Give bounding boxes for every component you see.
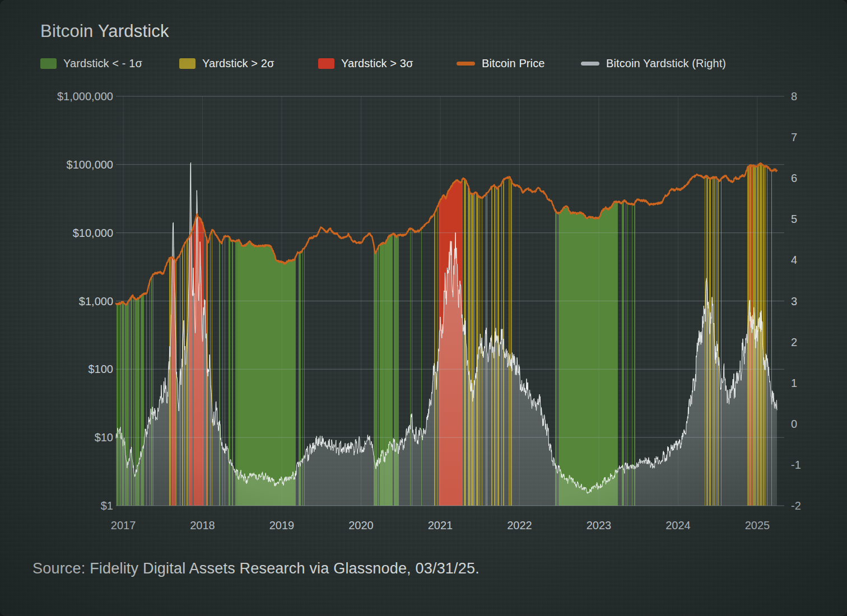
left-axis-tick: $1 bbox=[34, 499, 113, 512]
legend-label: Bitcoin Price bbox=[482, 57, 544, 70]
right-axis-tick: -2 bbox=[791, 499, 801, 512]
source-note: Source: Fidelity Digital Assets Research… bbox=[32, 560, 480, 577]
x-axis-tick: 2020 bbox=[338, 519, 383, 532]
right-axis-tick: -1 bbox=[791, 458, 801, 472]
right-axis-tick: 5 bbox=[791, 212, 797, 226]
red-swatch-icon bbox=[318, 58, 334, 69]
green-swatch-icon bbox=[40, 58, 57, 69]
right-axis-tick: 2 bbox=[791, 335, 797, 349]
bitcoin-yardstick-slide: Bitcoin Yardstick Yardstick < - 1σ Yards… bbox=[0, 0, 847, 616]
orange-line-swatch-icon bbox=[457, 62, 475, 66]
x-axis-tick: 2021 bbox=[418, 519, 463, 532]
x-axis-tick: 2017 bbox=[101, 519, 146, 532]
left-axis-tick: $10 bbox=[34, 431, 113, 444]
legend-item-yardstick-below-neg1: Yardstick < - 1σ bbox=[40, 55, 142, 71]
x-axis-tick: 2023 bbox=[576, 519, 621, 532]
x-axis-tick: 2024 bbox=[655, 519, 700, 532]
legend-label: Bitcoin Yardstick (Right) bbox=[606, 57, 726, 70]
right-axis-tick: 6 bbox=[791, 171, 797, 185]
left-axis-tick: $100 bbox=[34, 362, 113, 376]
legend-item-bitcoin-price: Bitcoin Price bbox=[457, 55, 544, 71]
legend-item-yardstick-above-3: Yardstick > 3σ bbox=[318, 55, 413, 71]
gray-line-swatch-icon bbox=[581, 62, 599, 66]
legend-item-yardstick-above-2: Yardstick > 2σ bbox=[179, 55, 274, 71]
x-axis-tick: 2019 bbox=[259, 519, 304, 532]
right-axis-tick: 7 bbox=[791, 130, 797, 144]
yellow-swatch-icon bbox=[179, 58, 196, 69]
right-axis-tick: 1 bbox=[791, 376, 797, 390]
right-axis-tick: 8 bbox=[791, 90, 797, 103]
legend-label: Yardstick > 2σ bbox=[202, 57, 274, 70]
left-axis-tick: $1,000 bbox=[34, 295, 113, 308]
left-axis-tick: $10,000 bbox=[34, 226, 113, 240]
legend-label: Yardstick > 3σ bbox=[341, 57, 413, 70]
x-axis-tick: 2025 bbox=[735, 519, 780, 532]
legend: Yardstick < - 1σ Yardstick > 2σ Yardstic… bbox=[0, 55, 847, 71]
right-axis-tick: 0 bbox=[791, 417, 797, 431]
x-axis-tick: 2022 bbox=[497, 519, 542, 532]
right-axis-tick: 4 bbox=[791, 253, 797, 267]
x-axis-tick: 2018 bbox=[180, 519, 225, 532]
page-title: Bitcoin Yardstick bbox=[40, 21, 169, 41]
right-axis-tick: 3 bbox=[791, 295, 797, 308]
legend-label: Yardstick < - 1σ bbox=[63, 57, 142, 70]
left-axis-tick: $100,000 bbox=[34, 158, 113, 171]
legend-item-bitcoin-yardstick: Bitcoin Yardstick (Right) bbox=[581, 55, 726, 71]
left-axis-tick: $1,000,000 bbox=[34, 90, 113, 103]
